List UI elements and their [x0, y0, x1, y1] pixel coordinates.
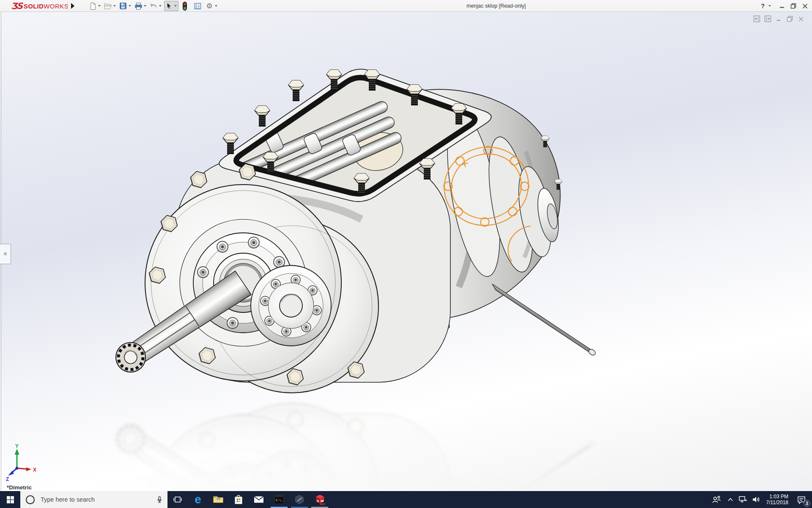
clock-date: 7/11/2018	[766, 500, 789, 505]
command-prompt-icon: C:\_	[274, 494, 284, 505]
divider	[68, 1, 68, 11]
splitter-dot-icon	[4, 252, 7, 255]
document-window-controls	[753, 15, 804, 22]
network-button[interactable]	[737, 491, 749, 508]
gear-icon: ⚙	[206, 3, 212, 10]
undo-button[interactable]	[149, 1, 158, 11]
system-tray: 1:03 PM 7/11/2018 3	[709, 491, 812, 508]
start-button[interactable]	[0, 491, 20, 508]
document-restore-button[interactable]	[786, 15, 793, 22]
view-orientation-label: *Dimetric	[7, 484, 32, 491]
task-view-icon	[173, 495, 182, 504]
restore-button[interactable]	[790, 2, 797, 10]
hexagon-app-icon	[294, 494, 304, 505]
y-axis-label: Y	[15, 444, 19, 449]
hidden-icons-button[interactable]	[724, 491, 737, 508]
microphone-icon[interactable]	[156, 495, 163, 504]
window-title: menjac sklop [Read-only]	[466, 3, 526, 9]
print-button[interactable]	[134, 1, 143, 11]
solidworks-logo: ƷS SOLIDWORKS	[11, 1, 69, 11]
desktop: ƷS SOLIDWORKS	[0, 0, 812, 508]
people-button[interactable]	[709, 491, 724, 508]
secondary-flange	[251, 265, 331, 346]
svg-text:W: W	[320, 499, 324, 502]
taskbar-app-solidworks[interactable]: S W 2017	[310, 491, 330, 508]
chevron-up-icon	[727, 497, 733, 502]
titlebar: ƷS SOLIDWORKS	[0, 0, 812, 12]
previous-window-button[interactable]	[753, 15, 760, 22]
store-icon	[233, 494, 244, 505]
save-dropdown-caret[interactable]	[129, 5, 131, 7]
taskbar-app-file-explorer[interactable]	[208, 491, 228, 508]
3d-scene[interactable]	[0, 12, 812, 491]
options-gear-button[interactable]: ⚙	[205, 1, 214, 11]
save-button[interactable]	[118, 1, 128, 11]
windows-logo-icon	[7, 496, 14, 503]
select-tool-button[interactable]	[164, 1, 178, 11]
taskbar-clock[interactable]: 1:03 PM 7/11/2018	[763, 494, 793, 505]
clock-time: 1:03 PM	[766, 494, 789, 500]
output-shaft	[492, 284, 596, 356]
file-explorer-icon	[213, 494, 224, 505]
z-axis-label: Z	[6, 476, 9, 482]
search-circle-icon	[26, 495, 35, 504]
minimize-button[interactable]	[778, 2, 786, 10]
graphics-area[interactable]: Y X Z *Dimetric	[0, 12, 812, 491]
taskbar-app-edge[interactable]: e	[188, 491, 208, 508]
select-dropdown-caret[interactable]	[174, 5, 177, 7]
task-view-button[interactable]	[167, 491, 188, 508]
undo-dropdown-caret[interactable]	[159, 5, 162, 7]
open-button[interactable]	[103, 1, 112, 11]
close-button[interactable]	[801, 2, 809, 10]
svg-text:S: S	[316, 499, 319, 502]
print-dropdown-caret[interactable]	[144, 5, 146, 7]
x-axis-arrow	[26, 467, 31, 471]
volume-button[interactable]	[749, 491, 763, 508]
x-axis-label: X	[33, 467, 36, 473]
rebuild-traffic-light-button[interactable]	[180, 1, 189, 11]
taskbar-app-command-prompt[interactable]: C:\_	[269, 491, 289, 508]
featuremanager-splitter-tab[interactable]	[0, 244, 11, 264]
help-dropdown-caret[interactable]	[768, 5, 771, 7]
taskbar-search[interactable]	[20, 491, 167, 508]
y-axis-arrow	[15, 449, 19, 455]
action-center-button[interactable]: 3	[793, 491, 810, 508]
floor-reflection	[116, 403, 596, 491]
edge-icon: e	[195, 494, 201, 505]
taskbar-app-mail[interactable]	[249, 491, 269, 508]
reference-triad: Y X Z	[3, 444, 41, 483]
document-close-button[interactable]	[797, 15, 804, 22]
cursor-icon	[165, 2, 173, 10]
next-window-button[interactable]	[764, 15, 771, 22]
flyout-arrow-icon[interactable]	[71, 3, 74, 9]
help-button[interactable]: ?	[761, 3, 765, 9]
people-icon	[712, 495, 721, 504]
taskbar: e	[0, 491, 812, 508]
network-icon	[738, 495, 748, 504]
document-minimize-button[interactable]	[775, 15, 782, 22]
speaker-icon	[752, 495, 761, 504]
file-properties-button[interactable]	[193, 1, 202, 11]
quick-access-toolbar: ⚙	[88, 0, 220, 12]
gearbox-model[interactable]	[116, 69, 596, 393]
open-dropdown-caret[interactable]	[113, 5, 116, 7]
taskbar-app-store[interactable]	[228, 491, 249, 508]
new-document-button[interactable]	[88, 1, 97, 11]
options-dropdown-caret[interactable]	[215, 5, 217, 7]
mail-icon	[253, 495, 264, 504]
svg-text:C:\_: C:\_	[276, 499, 283, 502]
solidworks-2017-icon: S W 2017	[314, 494, 326, 505]
solidworks-logo-mark: ƷS	[11, 1, 22, 11]
taskbar-app-hexagon[interactable]	[289, 491, 310, 508]
svg-text:2017: 2017	[319, 503, 325, 505]
notification-badge: 3	[804, 500, 810, 507]
new-dropdown-caret[interactable]	[98, 5, 101, 7]
search-input[interactable]	[40, 496, 151, 503]
